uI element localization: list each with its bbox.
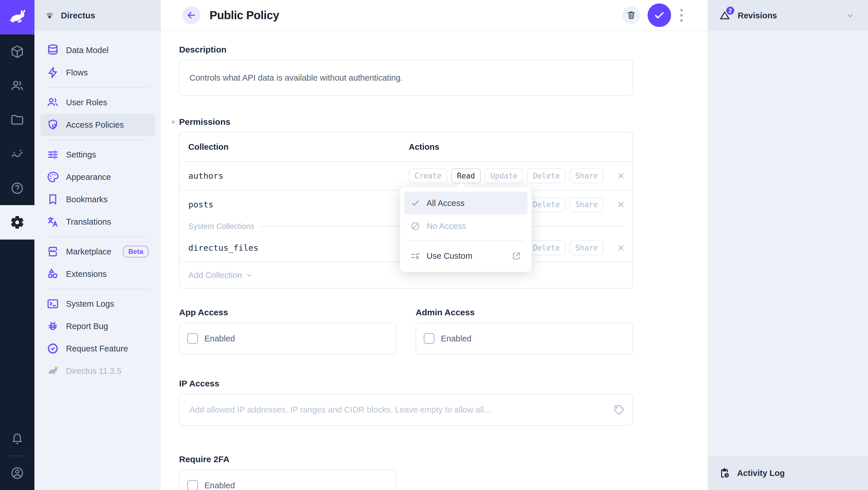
project-header[interactable]: Directus	[34, 0, 161, 31]
sidebar-item-flows[interactable]: Flows	[40, 61, 155, 84]
remove-collection-button[interactable]	[617, 171, 625, 180]
sidebar-item-appearance[interactable]: Appearance	[40, 166, 155, 188]
sidebar-item-request-feature[interactable]: Request Feature	[40, 337, 155, 360]
sidebar-item-label: Request Feature	[66, 344, 128, 354]
tag-icon[interactable]	[613, 404, 625, 416]
nav-divider	[46, 87, 149, 88]
sidebar-item-label: Settings	[66, 150, 96, 160]
app-access-label: App Access	[179, 307, 228, 317]
ip-access-input[interactable]	[180, 394, 613, 425]
module-files-button[interactable]	[0, 103, 34, 137]
sidebar-item-label: Data Model	[66, 45, 108, 55]
save-button[interactable]	[648, 3, 671, 27]
permissions-table-header: Collection Actions	[180, 133, 632, 161]
description-label: Description	[179, 45, 226, 55]
user-menu-button[interactable]	[0, 456, 34, 490]
menu-divider	[408, 240, 524, 241]
sidebar-item-extensions[interactable]: Extensions	[40, 263, 155, 285]
action-read-button[interactable]: Read	[451, 168, 481, 183]
module-bar	[0, 0, 34, 490]
help-icon	[10, 181, 24, 195]
sidebar-item-user-roles[interactable]: User Roles	[40, 91, 155, 113]
settings-nav: Data Model Flows User Roles Access Polic…	[34, 31, 161, 390]
require-2fa-label: Require 2FA	[179, 454, 229, 464]
directus-logo[interactable]	[0, 0, 34, 34]
admin-access-box: Enabled	[415, 323, 633, 355]
description-input[interactable]	[179, 60, 633, 96]
extensions-icon	[46, 268, 59, 280]
rabbit-version-icon	[46, 366, 59, 376]
close-icon	[617, 171, 625, 180]
action-update-button[interactable]: Update	[485, 168, 523, 183]
settings-sidebar: Directus Data Model Flows User Roles	[34, 0, 161, 490]
ip-access-label: IP Access	[179, 379, 219, 388]
action-delete-button[interactable]: Delete	[527, 168, 565, 183]
sidebar-item-access-policies[interactable]: Access Policies	[40, 113, 155, 136]
checkbox-label: Enabled	[441, 334, 471, 344]
module-help-button[interactable]	[0, 171, 34, 205]
chevron-down-icon	[245, 271, 253, 279]
activity-log-button[interactable]: Activity Log	[708, 456, 868, 490]
revisions-count-badge: 2	[725, 5, 735, 16]
module-users-button[interactable]	[0, 69, 34, 103]
require-2fa-checkbox[interactable]	[187, 480, 198, 490]
project-logo-icon	[44, 11, 55, 20]
action-share-button[interactable]: Share	[569, 240, 603, 255]
chevron-down-icon	[845, 10, 856, 21]
checkbox-label: Enabled	[205, 334, 235, 344]
account-icon	[10, 466, 24, 480]
check-icon	[653, 9, 665, 22]
sidebar-item-label: Appearance	[66, 172, 111, 182]
admin-access-checkbox[interactable]	[424, 333, 435, 344]
menu-item-use-custom[interactable]: Use Custom	[404, 244, 528, 268]
sidebar-item-label: Flows	[66, 68, 88, 77]
sidebar-item-data-model[interactable]: Data Model	[40, 39, 155, 61]
bell-icon	[10, 431, 24, 445]
nav-divider	[46, 139, 149, 140]
sidebar-item-system-logs[interactable]: System Logs	[40, 293, 155, 315]
menu-item-all-access[interactable]: All Access	[404, 192, 528, 215]
sidebar-item-report-bug[interactable]: Report Bug	[40, 315, 155, 337]
terminal-icon	[46, 297, 59, 310]
bolt-icon	[46, 66, 59, 79]
module-settings-button[interactable]	[0, 205, 34, 239]
column-header-actions: Actions	[409, 142, 439, 152]
sidebar-item-settings[interactable]: Settings	[40, 143, 155, 166]
menu-item-no-access[interactable]: No Access	[404, 215, 528, 237]
sidebar-item-marketplace[interactable]: Marketplace Beta	[40, 240, 155, 263]
bookmark-icon	[46, 193, 59, 206]
app-access-checkbox[interactable]	[187, 333, 198, 344]
close-icon	[617, 200, 625, 209]
sidebar-item-label: Access Policies	[66, 120, 124, 130]
action-share-button[interactable]: Share	[569, 168, 603, 183]
notifications-button[interactable]	[0, 421, 34, 456]
module-insights-button[interactable]	[0, 137, 34, 171]
revisions-icon-wrap: 2	[719, 9, 731, 22]
context-menu-button[interactable]	[679, 7, 685, 24]
bug-icon	[46, 320, 59, 332]
action-share-button[interactable]: Share	[569, 197, 603, 212]
revisions-label: Revisions	[738, 11, 777, 20]
action-create-button[interactable]: Create	[409, 168, 447, 183]
nav-divider	[46, 236, 149, 237]
sidebar-item-label: User Roles	[66, 98, 107, 107]
module-content-button[interactable]	[0, 34, 34, 69]
ip-access-box	[179, 394, 633, 426]
action-delete-button[interactable]: Delete	[527, 240, 565, 255]
checkbox-label: Enabled	[205, 481, 235, 490]
revisions-toggle[interactable]: 2 Revisions	[708, 0, 868, 31]
sidebar-item-label: Marketplace	[66, 247, 112, 257]
sidebar-item-bookmarks[interactable]: Bookmarks	[40, 188, 155, 210]
collection-name: posts	[180, 200, 409, 209]
admin-access-field: Admin Access Enabled	[415, 307, 633, 355]
ip-access-field: IP Access	[179, 379, 652, 426]
remove-collection-button[interactable]	[617, 200, 625, 209]
page-title: Public Policy	[210, 9, 279, 22]
back-button[interactable]	[183, 6, 200, 24]
remove-collection-button[interactable]	[617, 243, 625, 252]
right-sidebar: 2 Revisions Activity Log	[708, 0, 868, 490]
header-actions	[622, 3, 685, 27]
sidebar-item-translations[interactable]: Translations	[40, 210, 155, 233]
delete-button[interactable]	[622, 6, 640, 24]
action-delete-button[interactable]: Delete	[527, 197, 565, 212]
